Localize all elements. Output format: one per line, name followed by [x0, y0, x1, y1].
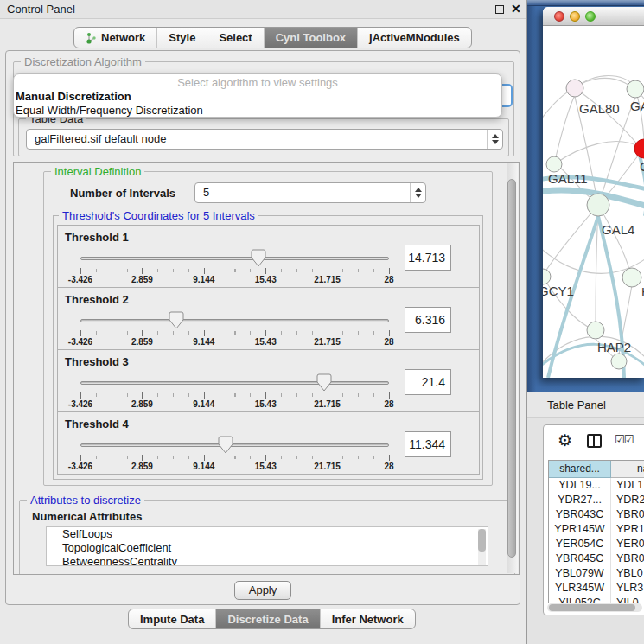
table-cell[interactable]: YBR0: [611, 552, 644, 566]
slider-track[interactable]: [80, 443, 389, 447]
table-row[interactable]: YBL079WYBL0: [549, 566, 644, 581]
table-cell[interactable]: YPR1: [611, 522, 644, 537]
slider-track[interactable]: [80, 381, 389, 385]
table-row[interactable]: YLR345WYLR3: [549, 581, 644, 596]
control-panel: Control Panel ✕ Network Style Select Cyn…: [0, 0, 527, 644]
desktop-top-edge: [527, 0, 644, 6]
close-traffic-light-icon[interactable]: [554, 11, 564, 22]
node-hap2[interactable]: [587, 322, 604, 339]
dropdown-option-manual[interactable]: Manual Discretization: [14, 90, 501, 104]
tab-cyni-toolbox[interactable]: Cyni Toolbox: [265, 28, 358, 48]
table-data-combobox[interactable]: galFiltered.sif default node: [26, 129, 503, 150]
table-cell[interactable]: YDL19...: [549, 478, 611, 493]
tick-label: 15.43: [255, 337, 277, 347]
table-horizontal-scrollbar[interactable]: [547, 603, 642, 612]
table-cell[interactable]: YDR2: [611, 493, 644, 507]
tick-label: 9.144: [193, 337, 214, 347]
float-icon[interactable]: [495, 5, 504, 14]
network-canvas[interactable]: GAL80 GA GAL11 C GAL4 GCY1 H HAP2: [543, 26, 644, 378]
node-label: HAP2: [597, 340, 631, 354]
major-tick: [204, 455, 205, 461]
table-row[interactable]: YER054CYER0: [549, 537, 644, 552]
node-gal4[interactable]: [587, 194, 609, 216]
tick-label: -3.426: [68, 337, 92, 347]
threshold-value-field[interactable]: 6.316: [405, 307, 451, 333]
list-item[interactable]: SelfLoops: [47, 527, 488, 541]
tab-select[interactable]: Select: [207, 28, 264, 48]
column-split-icon[interactable]: [587, 434, 602, 448]
table-row[interactable]: YBR043CYBR0: [549, 507, 644, 522]
slider-track[interactable]: [80, 319, 389, 322]
column-header-name[interactable]: na: [611, 461, 644, 478]
tab-network[interactable]: Network: [74, 28, 157, 48]
table-row[interactable]: YDR27...YDR2: [549, 493, 644, 507]
table-row[interactable]: YBR045CYBR0: [549, 552, 644, 566]
dropdown-option-equal-width[interactable]: Equal Width/Frequency Discretization: [14, 104, 501, 118]
table-cell[interactable]: YBR045C: [549, 552, 611, 566]
table-cell[interactable]: YLR345W: [549, 581, 611, 596]
table-cell[interactable]: YER054C: [549, 537, 611, 552]
table-cell[interactable]: YBL079W: [549, 566, 611, 581]
table-cell[interactable]: YLR3: [611, 581, 644, 596]
column-header-shared-name[interactable]: shared...: [549, 461, 611, 478]
tab-impute-data[interactable]: Impute Data: [129, 609, 216, 628]
table-row[interactable]: YDL19...YDL1: [549, 478, 644, 493]
node-gal80[interactable]: [566, 80, 583, 97]
node-label: GCY1: [543, 284, 574, 298]
threshold-slider[interactable]: -3.4262.8599.14415.4321.71528: [80, 435, 389, 475]
slider-thumb-icon[interactable]: [316, 373, 332, 392]
node-attribute-table[interactable]: shared... na YDL19...YDL1YDR27...YDR2YBR…: [548, 460, 644, 603]
threshold-slider[interactable]: -3.4262.8599.14415.4321.71528: [80, 310, 389, 350]
node-gal11[interactable]: [546, 156, 562, 172]
threshold-value-field[interactable]: 14.713: [405, 245, 451, 271]
table-cell[interactable]: YDL1: [611, 478, 644, 493]
network-window-titlebar[interactable]: [543, 7, 644, 26]
list-scrollbar[interactable]: [478, 529, 486, 565]
node-gcy1[interactable]: [543, 269, 551, 284]
table-cell[interactable]: YIL0: [611, 596, 644, 603]
tab-style[interactable]: Style: [157, 28, 207, 48]
table-cell[interactable]: YBR0: [611, 507, 644, 522]
threshold-slider[interactable]: -3.4262.8599.14415.4321.71528: [80, 373, 389, 412]
table-cell[interactable]: YDR27...: [549, 493, 611, 507]
tab-discretize-data[interactable]: Discretize Data: [216, 609, 320, 628]
scrollbar-thumb[interactable]: [549, 604, 635, 611]
gear-icon[interactable]: ⚙: [558, 430, 572, 450]
threshold-value-field[interactable]: 11.344: [405, 431, 451, 457]
table-panel-area: ⚙ ☑☑ shared... na YDL19...YDL1YDR27...YD…: [527, 418, 644, 644]
minimize-traffic-light-icon[interactable]: [570, 11, 580, 22]
threshold-slider[interactable]: -3.4262.8599.14415.4321.71528: [80, 248, 389, 288]
numerical-attributes-list[interactable]: SelfLoopsTopologicalCoefficientBetweenne…: [46, 526, 488, 566]
tab-label: Select: [219, 31, 252, 44]
table-row[interactable]: YIL052CYIL0: [549, 596, 644, 603]
network-view-window[interactable]: GAL80 GA GAL11 C GAL4 GCY1 H HAP2: [543, 7, 644, 378]
settings-scrollbar[interactable]: [507, 163, 518, 573]
list-item[interactable]: BetweennessCentrality: [47, 555, 488, 566]
tab-label: Cyni Toolbox: [276, 31, 346, 44]
threshold-value-field[interactable]: 21.4: [405, 369, 451, 395]
table-cell[interactable]: YIL052C: [549, 596, 611, 603]
tab-jactivemnodules[interactable]: jActiveMNodules: [358, 28, 471, 48]
table-cell[interactable]: YBR043C: [549, 507, 611, 522]
scrollbar-thumb[interactable]: [507, 179, 516, 558]
close-icon[interactable]: ✕: [511, 2, 521, 16]
node-bottom[interactable]: [611, 354, 627, 369]
table-cell[interactable]: YBL0: [611, 566, 644, 581]
node-h[interactable]: [622, 268, 641, 287]
select-columns-icon[interactable]: ☑☑: [615, 433, 633, 446]
tab-infer-network[interactable]: Infer Network: [321, 609, 415, 628]
control-panel-titlebar: Control Panel ✕: [0, 0, 526, 19]
slider-thumb-icon[interactable]: [218, 436, 233, 454]
slider-thumb-icon[interactable]: [251, 249, 266, 267]
slider-thumb-icon[interactable]: [169, 311, 184, 329]
slider-track[interactable]: [80, 257, 389, 260]
zoom-traffic-light-icon[interactable]: [585, 11, 596, 22]
node-top-right[interactable]: [627, 80, 644, 98]
major-tick: [265, 330, 266, 336]
number-of-intervals-combobox[interactable]: 5: [194, 182, 426, 203]
table-row[interactable]: YPR145WYPR1: [549, 522, 644, 537]
apply-button[interactable]: Apply: [234, 581, 291, 600]
table-cell[interactable]: YPR145W: [549, 522, 611, 537]
table-cell[interactable]: YER0: [611, 537, 644, 552]
list-item[interactable]: TopologicalCoefficient: [47, 541, 488, 555]
